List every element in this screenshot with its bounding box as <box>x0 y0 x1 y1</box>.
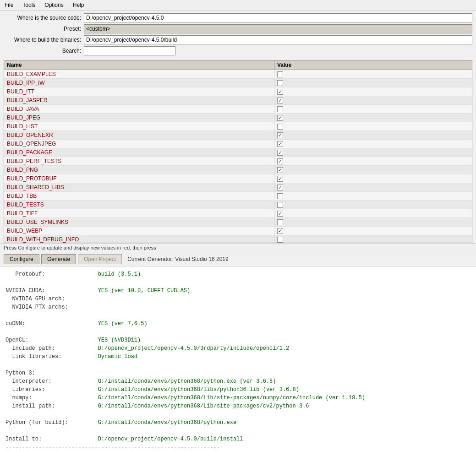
table-row[interactable]: BUILD_JPEG <box>4 114 472 122</box>
search-input[interactable] <box>84 46 175 55</box>
menu-file[interactable]: File <box>2 1 16 9</box>
checkbox-build-itt[interactable] <box>277 89 283 95</box>
button-bar: Configure Generate Open Project Current … <box>0 252 476 266</box>
checkbox-build-use-symlinks[interactable] <box>277 219 283 225</box>
preset-value: <custom> <box>84 24 472 33</box>
preset-row: Preset: <custom> <box>4 24 472 33</box>
menu-tools[interactable]: Tools <box>20 1 38 9</box>
configure-button[interactable]: Configure <box>4 254 39 264</box>
status-text: Press Configure to update and display ne… <box>4 245 156 250</box>
row-name: BUILD_JASPER <box>4 96 274 104</box>
console-area: Protobuf: build (3.5.1) NVIDIA CUDA: YES… <box>0 266 476 451</box>
table-row[interactable]: BUILD_LIST <box>4 122 472 131</box>
row-value[interactable] <box>274 201 472 209</box>
checkbox-build-package[interactable] <box>277 150 283 156</box>
table-row[interactable]: BUILD_SHARED_LIBS <box>4 183 472 192</box>
menu-help[interactable]: Help <box>70 1 87 9</box>
row-value[interactable] <box>274 158 472 165</box>
row-value[interactable] <box>274 114 472 122</box>
row-name: BUILD_TIFF <box>4 209 274 217</box>
table-row[interactable]: BUILD_TBB <box>4 192 472 201</box>
table-row[interactable]: BUILD_PERF_TESTS <box>4 157 472 166</box>
row-name: BUILD_SHARED_LIBS <box>4 183 274 191</box>
console-line: Link libraries: Dynamic load <box>5 353 471 361</box>
row-value[interactable] <box>274 210 472 217</box>
console-line: install path: G:/install/conda/envs/pyth… <box>5 402 471 410</box>
table-row[interactable]: BUILD_OPENEXR <box>4 131 472 140</box>
table-row[interactable]: BUILD_WITH_DEBUG_INFO <box>4 235 472 243</box>
checkbox-build-protobuf[interactable] <box>277 176 283 182</box>
console-line: NVIDIA GPU arch: <box>5 295 471 303</box>
console-line: Python 3: <box>5 369 471 377</box>
row-name: BUILD_PERF_TESTS <box>4 157 274 165</box>
menu-options[interactable]: Options <box>42 1 66 9</box>
table-row[interactable]: BUILD_PNG <box>4 166 472 174</box>
row-name: BUILD_JAVA <box>4 105 274 113</box>
checkbox-build-openexr[interactable] <box>277 132 283 138</box>
row-value[interactable] <box>274 166 472 174</box>
console-line <box>5 427 471 435</box>
table-row[interactable]: BUILD_EXAMPLES <box>4 70 472 79</box>
checkbox-build-jpeg[interactable] <box>277 115 283 121</box>
table-row[interactable]: BUILD_OPENJPEG <box>4 140 472 148</box>
checkbox-build-jasper[interactable] <box>277 98 283 103</box>
row-name: BUILD_WITH_DEBUG_INFO <box>4 235 274 243</box>
row-value[interactable] <box>274 105 472 113</box>
col-name-header: Name <box>4 60 274 70</box>
checkbox-build-webp[interactable] <box>277 228 283 234</box>
row-value[interactable] <box>274 236 472 244</box>
build-input[interactable] <box>84 35 472 44</box>
table-row[interactable]: BUILD_JASPER <box>4 96 472 105</box>
console-line <box>5 410 471 418</box>
row-value[interactable] <box>274 71 472 78</box>
table-row[interactable]: BUILD_ITT <box>4 87 472 96</box>
console-line <box>5 278 471 287</box>
row-value[interactable] <box>274 131 472 139</box>
checkbox-build-with-debug-info[interactable] <box>277 237 283 243</box>
checkbox-build-examples[interactable] <box>277 71 283 77</box>
checkbox-build-tiff[interactable] <box>277 211 283 217</box>
table-row[interactable]: BUILD_USE_SYMLINKS <box>4 218 472 227</box>
row-value[interactable] <box>274 97 472 104</box>
console-line: NVIDIA PTX archs: <box>5 303 471 311</box>
checkbox-build-perf-tests[interactable] <box>277 158 283 164</box>
row-name: BUILD_WEBP <box>4 227 274 235</box>
row-value[interactable] <box>274 140 472 148</box>
row-name: BUILD_OPENEXR <box>4 131 274 139</box>
table-row[interactable]: BUILD_PACKAGE <box>4 148 472 157</box>
table-row[interactable]: BUILD_TIFF <box>4 209 472 218</box>
checkbox-build-openjpeg[interactable] <box>277 141 283 147</box>
row-value[interactable] <box>274 175 472 183</box>
source-row: Where is the source code: <box>4 13 472 22</box>
config-table: Name Value BUILD_EXAMPLESBUILD_IPP_IWBUI… <box>4 60 472 243</box>
table-row[interactable]: BUILD_IPP_IW <box>4 79 472 87</box>
table-row[interactable]: BUILD_JAVA <box>4 105 472 114</box>
checkbox-build-list[interactable] <box>277 124 283 130</box>
console-line: Interpreter: G:/install/conda/envs/pytho… <box>5 377 471 386</box>
row-value[interactable] <box>274 218 472 226</box>
checkbox-build-png[interactable] <box>277 167 283 173</box>
row-value[interactable] <box>274 123 472 130</box>
table-body: BUILD_EXAMPLESBUILD_IPP_IWBUILD_ITTBUILD… <box>4 70 472 243</box>
table-row[interactable]: BUILD_WEBP <box>4 227 472 235</box>
table-row[interactable]: BUILD_PROTOBUF <box>4 174 472 183</box>
row-value[interactable] <box>274 149 472 157</box>
console-line: NVIDIA CUDA: YES (ver 10.0, CUFFT CUBLAS… <box>5 287 471 295</box>
source-input[interactable] <box>84 13 472 22</box>
row-name: BUILD_IPP_IW <box>4 79 274 87</box>
row-value[interactable] <box>274 88 472 96</box>
checkbox-build-tbb[interactable] <box>277 193 283 199</box>
checkbox-build-shared-libs[interactable] <box>277 185 283 190</box>
generate-button[interactable]: Generate <box>41 254 76 264</box>
checkbox-build-java[interactable] <box>277 106 283 112</box>
console-line: Protobuf: build (3.5.1) <box>5 270 471 278</box>
table-row[interactable]: BUILD_TESTS <box>4 201 472 209</box>
console-line: Python (for build): G:/install/conda/env… <box>5 418 471 427</box>
checkbox-build-ipp-iw[interactable] <box>277 80 283 86</box>
row-value[interactable] <box>274 192 472 200</box>
row-value[interactable] <box>274 184 472 191</box>
preset-label: Preset: <box>4 26 84 32</box>
row-value[interactable] <box>274 79 472 87</box>
row-value[interactable] <box>274 227 472 235</box>
checkbox-build-tests[interactable] <box>277 202 283 208</box>
